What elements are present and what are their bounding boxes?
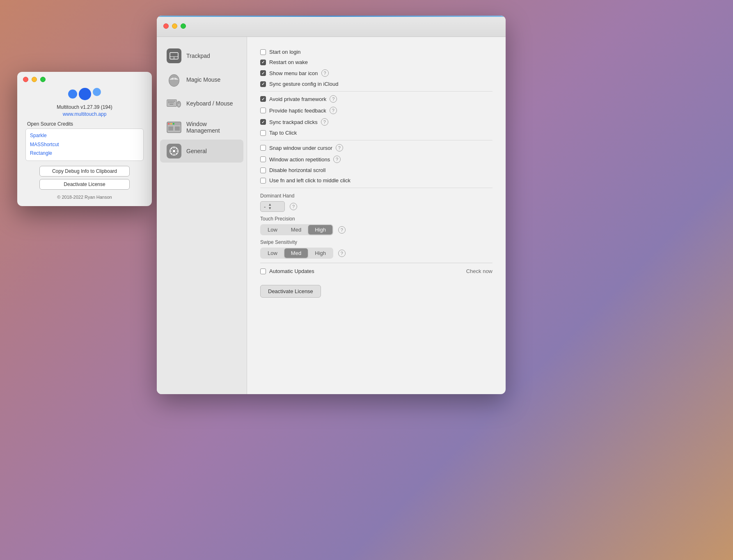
- sidebar-item-general[interactable]: General: [160, 140, 243, 163]
- swipe-sensitivity-row: Low Med High ?: [260, 248, 492, 259]
- tap-to-click-row: Tap to Click: [260, 128, 492, 140]
- general-label: General: [186, 148, 207, 154]
- snap-window-checkbox[interactable]: [260, 145, 266, 151]
- touch-precision-control: Low Med High: [260, 224, 333, 235]
- svg-rect-27: [175, 126, 180, 131]
- svg-point-29: [173, 150, 175, 152]
- start-on-login-row: Start on login: [260, 47, 492, 57]
- fn-middle-click-label: Use fn and left click to middle click: [269, 177, 350, 184]
- check-now-button[interactable]: Check now: [466, 268, 492, 274]
- show-menu-bar-help[interactable]: ?: [321, 69, 329, 77]
- about-window: Multitouch v1.27.39 (194) www.multitouch…: [17, 72, 152, 206]
- tap-to-click-checkbox[interactable]: [260, 130, 266, 136]
- credit-masshortcut[interactable]: MASShortcut: [30, 140, 139, 149]
- svg-rect-14: [170, 102, 171, 103]
- touch-precision-med[interactable]: Med: [284, 225, 308, 234]
- sidebar-item-trackpad[interactable]: Trackpad: [160, 44, 243, 67]
- copy-debug-button[interactable]: Copy Debug Info to Clipboard: [39, 166, 130, 177]
- prefs-body: Trackpad Magic Mouse: [157, 37, 506, 394]
- show-menu-bar-label: Show menu bar icon: [269, 70, 318, 76]
- snap-window-label: Snap window under cursor: [269, 145, 332, 151]
- touch-precision-help[interactable]: ?: [338, 226, 346, 234]
- fn-middle-click-checkbox[interactable]: [260, 178, 266, 184]
- prefs-minimize-button[interactable]: [172, 23, 177, 29]
- sidebar-item-magic-mouse[interactable]: Magic Mouse: [160, 68, 243, 91]
- svg-point-24: [170, 123, 172, 125]
- dominant-hand-label: Dominant Hand: [260, 193, 492, 199]
- circle-medium: [79, 88, 91, 100]
- maximize-button[interactable]: [40, 77, 46, 82]
- show-menu-bar-row: Show menu bar icon ?: [260, 67, 492, 79]
- svg-line-37: [171, 153, 172, 154]
- restart-on-wake-row: Restart on wake: [260, 57, 492, 67]
- touch-precision-low[interactable]: Low: [261, 225, 284, 234]
- swipe-sensitivity-med[interactable]: Med: [284, 248, 308, 258]
- svg-point-20: [178, 103, 179, 104]
- start-on-login-checkbox[interactable]: [260, 49, 266, 55]
- auto-updates-row: Automatic Updates Check now: [260, 263, 492, 274]
- haptic-feedback-checkbox[interactable]: [260, 108, 266, 113]
- prefs-maximize-button[interactable]: [181, 23, 186, 29]
- svg-rect-16: [172, 102, 174, 103]
- close-button[interactable]: [23, 77, 28, 82]
- sync-gesture-checkbox[interactable]: [260, 81, 266, 87]
- snap-window-row: Snap window under cursor ?: [260, 142, 492, 154]
- avoid-private-checkbox[interactable]: [260, 96, 266, 102]
- sidebar-item-window-management[interactable]: Window Management: [160, 116, 243, 139]
- credit-sparkle[interactable]: Sparkle: [30, 131, 139, 140]
- svg-point-25: [173, 123, 174, 125]
- sync-trackpad-label: Sync trackpad clicks: [269, 119, 318, 125]
- about-deactivate-button[interactable]: Deactivate License: [39, 179, 130, 190]
- snap-window-help[interactable]: ?: [336, 144, 343, 151]
- app-url[interactable]: www.multitouch.app: [63, 111, 107, 117]
- window-action-help[interactable]: ?: [333, 156, 341, 163]
- swipe-sensitivity-high[interactable]: High: [308, 248, 332, 258]
- disable-horiz-checkbox[interactable]: [260, 168, 266, 173]
- auto-updates-checkbox[interactable]: [260, 269, 266, 274]
- avoid-private-label: Avoid private framework: [269, 96, 326, 102]
- svg-rect-10: [171, 101, 172, 102]
- credit-rectangle[interactable]: Rectangle: [30, 149, 139, 158]
- restart-on-wake-checkbox[interactable]: [260, 60, 266, 65]
- prefs-titlebar: [157, 16, 506, 37]
- dominant-hand-dropdown[interactable]: - ▲ ▼: [260, 201, 285, 212]
- show-menu-bar-checkbox[interactable]: [260, 70, 266, 76]
- deactivate-license-button[interactable]: Deactivate License: [260, 285, 321, 298]
- svg-line-34: [171, 148, 172, 149]
- circle-large: [93, 88, 101, 96]
- app-icon: [68, 88, 101, 100]
- haptic-feedback-row: Provide haptic feedback ?: [260, 105, 492, 116]
- swipe-sensitivity-low[interactable]: Low: [261, 248, 284, 258]
- swipe-sensitivity-help[interactable]: ?: [338, 250, 346, 257]
- touch-precision-high[interactable]: High: [308, 225, 332, 234]
- titlebar-stripe: [157, 16, 506, 17]
- svg-point-23: [168, 123, 170, 125]
- avoid-private-help[interactable]: ?: [330, 95, 337, 103]
- deactivate-section: Deactivate License: [260, 281, 492, 298]
- keyboard-mouse-icon: [167, 96, 181, 111]
- sync-trackpad-checkbox[interactable]: [260, 119, 266, 125]
- svg-rect-17: [170, 104, 173, 105]
- haptic-feedback-help[interactable]: ?: [330, 107, 337, 114]
- start-on-login-label: Start on login: [269, 49, 301, 55]
- window-management-label: Window Management: [186, 121, 237, 134]
- dominant-hand-value: -: [264, 204, 266, 210]
- sync-gesture-row: Sync gesture config in iCloud: [260, 79, 492, 92]
- swipe-sensitivity-label: Swipe Sensitivity: [260, 239, 492, 245]
- minimize-button[interactable]: [32, 77, 37, 82]
- circle-small: [68, 90, 77, 99]
- avoid-private-row: Avoid private framework ?: [260, 93, 492, 105]
- trackpad-label: Trackpad: [186, 53, 210, 59]
- sidebar-item-keyboard-mouse[interactable]: Keyboard / Mouse: [160, 92, 243, 115]
- sync-trackpad-row: Sync trackpad clicks ?: [260, 116, 492, 128]
- credits-list: Sparkle MASShortcut Rectangle: [25, 129, 144, 161]
- prefs-close-button[interactable]: [163, 23, 169, 29]
- window-action-checkbox[interactable]: [260, 156, 266, 162]
- sync-trackpad-help[interactable]: ?: [321, 118, 328, 126]
- copyright-text: © 2018-2022 Ryan Hanson: [57, 195, 112, 200]
- disable-horiz-label: Disable horizontal scroll: [269, 167, 325, 173]
- about-content: Multitouch v1.27.39 (194) www.multitouch…: [17, 85, 152, 206]
- swipe-sensitivity-control: Low Med High: [260, 248, 333, 259]
- disable-horiz-row: Disable horizontal scroll: [260, 165, 492, 175]
- dominant-hand-help[interactable]: ?: [290, 203, 297, 210]
